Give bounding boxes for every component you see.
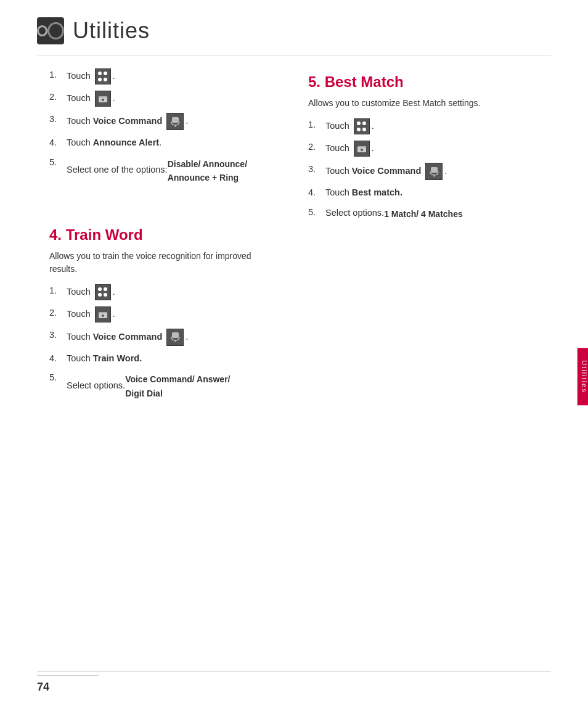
s4-step-4-content: Touch Train Word. <box>67 352 142 366</box>
s5-step-3-number: 3. <box>308 163 325 176</box>
right-column: 5. Best Match Allows you to customize Be… <box>296 62 586 425</box>
step-5-content: Select one of the options: Disable/ Anno… <box>67 156 247 185</box>
svg-rect-8 <box>172 332 179 338</box>
folder-icon-2 <box>95 306 111 322</box>
s5-step-2: 2. Touch . <box>308 141 561 157</box>
s4-step-1: 1. Touch . <box>49 284 271 300</box>
voice-command-label-1: Voice Command <box>93 115 163 128</box>
voice-command-label-3: Voice Command <box>352 165 422 178</box>
grid-icon-2 <box>95 284 111 300</box>
s5-step-4: 4. Touch Best match. <box>308 186 561 200</box>
step-2: 2. Touch . <box>49 91 271 107</box>
s4-step-3: 3. Touch Voice Command . <box>49 329 271 346</box>
s5-step-1: 1. Touch . <box>308 118 561 134</box>
section-4-divider <box>49 216 271 216</box>
s4-step-3-number: 3. <box>49 329 67 342</box>
s5-step-5: 5. Select options. 1 Match/ 4 Matches <box>308 206 561 221</box>
s4-step-2-number: 2. <box>49 306 67 320</box>
step-1-number: 1. <box>49 68 67 82</box>
s4-step-1-content: Touch . <box>67 284 115 300</box>
best-match-label: Best match. <box>352 186 402 200</box>
utilities-icon <box>37 17 64 44</box>
page-number: 74 <box>37 675 99 694</box>
step-1: 1. Touch . <box>49 68 271 84</box>
s5-step-4-number: 4. <box>308 186 325 200</box>
left-column: 1. Touch . 2. Touch <box>0 62 296 425</box>
section-4-steps-list: 1. Touch . 2. Touch <box>49 284 271 401</box>
s5-step-4-content: Touch Best match. <box>325 186 402 200</box>
voice-icon-1 <box>166 113 184 130</box>
page-title: Utilities <box>73 18 150 44</box>
s4-step-2: 2. Touch . <box>49 306 271 322</box>
s4-step-2-content: Touch . <box>67 306 115 322</box>
train-word-label: Train Word. <box>93 352 142 366</box>
bottom-divider <box>37 671 551 672</box>
step-5-options: Disable/ Announce/Announce + Ring <box>168 157 247 185</box>
step-3-number: 3. <box>49 113 67 126</box>
s4-step-4-number: 4. <box>49 352 67 366</box>
section-4-heading: 4. Train Word <box>49 226 271 244</box>
s5-step-3: 3. Touch Voice Command . <box>308 163 561 180</box>
step-5-number: 5. <box>49 156 67 170</box>
section-4-desc: Allows you to train the voice recognitio… <box>49 250 271 276</box>
step-5: 5. Select one of the options: Disable/ A… <box>49 156 271 185</box>
s5-step-5-number: 5. <box>308 206 325 220</box>
grid-icon-1 <box>95 68 111 84</box>
s4-step-3-content: Touch Voice Command . <box>67 329 188 346</box>
svg-point-12 <box>361 149 363 151</box>
step-4-number: 4. <box>49 136 67 150</box>
step-4-content: Touch Announce Alert. <box>67 136 161 150</box>
step-2-content: Touch . <box>67 91 115 107</box>
s4-step-4: 4. Touch Train Word. <box>49 352 271 366</box>
s4-step-5-number: 5. <box>49 371 67 385</box>
step-3: 3. Touch Voice Command . <box>49 113 271 130</box>
section-5-heading: 5. Best Match <box>308 73 561 91</box>
sidebar-tab: Utilities <box>577 348 588 405</box>
announce-alert-label: Announce Alert <box>93 136 159 150</box>
voice-icon-3 <box>425 163 443 180</box>
s5-step-5-content: Select options. 1 Match/ 4 Matches <box>325 206 463 221</box>
s5-step-1-number: 1. <box>308 118 325 132</box>
section-5-steps-list: 1. Touch . 2. Touch <box>308 118 561 221</box>
s5-step-1-content: Touch . <box>325 118 374 134</box>
s4-step-1-number: 1. <box>49 284 67 298</box>
step-2-number: 2. <box>49 91 67 104</box>
grid-icon-3 <box>354 118 370 134</box>
svg-rect-13 <box>431 167 438 173</box>
s4-step-5-content: Select options. Voice Command/ Answer/Di… <box>67 371 231 400</box>
step-4: 4. Touch Announce Alert. <box>49 136 271 150</box>
s5-step-2-number: 2. <box>308 141 325 154</box>
section-5-desc: Allows you to customize Best Match setti… <box>308 97 561 110</box>
main-content: 1. Touch . 2. Touch <box>0 56 588 425</box>
folder-icon-3 <box>354 141 370 157</box>
s5-step-5-options: 1 Match/ 4 Matches <box>384 207 463 221</box>
page-header: Utilities <box>0 0 588 55</box>
voice-command-label-2: Voice Command <box>93 330 163 344</box>
intro-steps-list: 1. Touch . 2. Touch <box>49 68 271 203</box>
svg-point-7 <box>102 314 104 317</box>
s4-step-5-options: Voice Command/ Answer/Digit Dial <box>125 372 230 400</box>
s4-step-5: 5. Select options. Voice Command/ Answer… <box>49 371 271 400</box>
s5-step-3-content: Touch Voice Command . <box>325 163 447 180</box>
s5-step-2-content: Touch . <box>325 141 374 157</box>
svg-point-2 <box>102 99 104 101</box>
step-1-content: Touch . <box>67 68 115 84</box>
folder-icon-1 <box>95 91 111 107</box>
voice-icon-2 <box>166 329 184 346</box>
step-3-content: Touch Voice Command . <box>67 113 188 130</box>
svg-rect-3 <box>172 117 179 123</box>
